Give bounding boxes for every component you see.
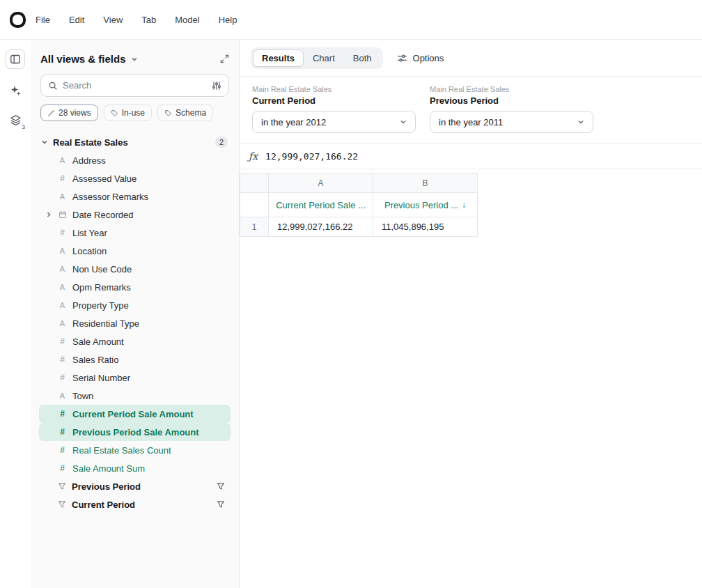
menu-edit[interactable]: Edit	[69, 15, 84, 25]
chevron-down-icon	[400, 118, 407, 125]
filter-applied-icon[interactable]	[217, 500, 225, 509]
chevron-down-icon	[41, 139, 48, 146]
views-fields-dropdown[interactable]: All views & fields	[40, 53, 138, 65]
column-header-current-period[interactable]: Current Period Sale ...	[269, 193, 373, 217]
field-serial-number[interactable]: # Serial Number	[39, 369, 231, 387]
text-field-icon: A	[58, 192, 67, 201]
main-panel: Results Chart Both Options Main Real Est…	[240, 40, 702, 588]
previous-period-select[interactable]: in the year 2011	[430, 111, 593, 133]
number-field-icon: #	[58, 336, 67, 346]
field-label: Location	[72, 246, 107, 256]
field-property-type[interactable]: A Property Type	[39, 296, 231, 314]
column-letter-a[interactable]: A	[269, 173, 373, 193]
field-residential-type[interactable]: A Residential Type	[39, 314, 231, 332]
layers-icon	[10, 114, 22, 126]
field-label: Town	[72, 391, 93, 401]
menu-tab[interactable]: Tab	[141, 15, 156, 25]
filter-name-label: Previous Period	[430, 95, 593, 106]
previous-period-filter-group: Main Real Estate Sales Previous Period i…	[430, 85, 593, 133]
field-town[interactable]: A Town	[39, 387, 231, 405]
chevron-down-icon	[131, 56, 138, 63]
field-label: Serial Number	[72, 373, 130, 383]
chip-schema-label: Schema	[176, 108, 206, 118]
number-field-icon: #	[58, 373, 67, 382]
tab-results[interactable]: Results	[253, 49, 304, 67]
field-label: Sale Amount	[72, 336, 124, 347]
text-field-icon: A	[58, 247, 67, 255]
field-current-period-filter[interactable]: Current Period	[39, 495, 231, 513]
tag-icon	[164, 109, 172, 117]
text-field-icon: A	[58, 283, 67, 291]
panel-left-icon	[10, 54, 21, 65]
field-sale-amount-sum[interactable]: # Sale Amount Sum	[39, 459, 231, 477]
field-label: Address	[72, 155, 106, 166]
sort-desc-icon: ↓	[462, 200, 466, 210]
filter-sliders-icon[interactable]	[212, 81, 221, 91]
field-date-recorded[interactable]: Date Recorded	[39, 206, 231, 224]
tab-both[interactable]: Both	[344, 49, 381, 67]
field-list-year[interactable]: # List Year	[39, 224, 231, 242]
filter-source-label: Main Real Estate Sales	[430, 85, 593, 93]
chip-in-use-label: In-use	[122, 108, 145, 118]
calendar-icon	[58, 210, 67, 219]
text-field-icon: A	[58, 265, 67, 273]
toggle-sidebar-button[interactable]	[6, 49, 25, 69]
left-rail: 3	[0, 40, 31, 588]
field-non-use-code[interactable]: A Non Use Code	[39, 260, 231, 278]
cell-b1[interactable]: 11,045,896,195	[373, 217, 478, 237]
field-previous-period-sale-amount[interactable]: # Previous Period Sale Amount	[39, 423, 231, 441]
number-field-icon: #	[58, 173, 67, 183]
selected-count-badge: 2	[215, 137, 228, 148]
ai-assistant-button[interactable]	[6, 81, 24, 99]
tab-chart[interactable]: Chart	[304, 49, 344, 67]
column-letter-b[interactable]: B	[373, 173, 478, 193]
menu-help[interactable]: Help	[219, 15, 237, 25]
chip-schema[interactable]: Schema	[157, 105, 213, 121]
text-field-icon: A	[58, 301, 67, 309]
current-period-select[interactable]: in the year 2012	[252, 111, 416, 133]
field-assessed-value[interactable]: # Assessed Value	[39, 169, 231, 187]
text-field-icon: A	[58, 392, 67, 400]
chevron-right-icon[interactable]	[45, 211, 53, 218]
app-logo	[10, 12, 26, 28]
menu-model[interactable]: Model	[175, 15, 199, 25]
text-field-icon: A	[58, 319, 67, 327]
column-header-label: Previous Period ...	[384, 200, 458, 210]
field-opm-remarks[interactable]: A Opm Remarks	[39, 278, 231, 296]
tag-icon	[111, 109, 118, 117]
chevron-down-icon	[577, 118, 584, 125]
menu-view[interactable]: View	[103, 15, 123, 25]
grid-corner-cell[interactable]	[240, 173, 269, 193]
field-tree: Real Estate Sales 2 A Address # Assessed…	[31, 133, 239, 588]
search-input[interactable]	[63, 80, 207, 91]
sidebar-title: All views & fields	[40, 53, 126, 65]
cell-a1[interactable]: 12,999,027,166.22	[269, 217, 373, 237]
options-button[interactable]: Options	[397, 53, 444, 63]
app-window: File Edit View Tab Model Help	[0, 0, 702, 588]
results-toolbar: Results Chart Both Options	[240, 40, 702, 77]
field-assessor-remarks[interactable]: A Assessor Remarks	[39, 187, 231, 206]
chip-in-use[interactable]: In-use	[104, 105, 152, 121]
field-previous-period-filter[interactable]: Previous Period	[39, 477, 231, 495]
collapse-all-button[interactable]	[220, 54, 229, 63]
tree-root-real-estate-sales[interactable]: Real Estate Sales 2	[31, 133, 239, 151]
field-label: Current Period Sale Amount	[72, 409, 194, 419]
row-number[interactable]: 1	[240, 217, 269, 237]
field-label: Non Use Code	[72, 264, 132, 274]
menu-file[interactable]: File	[36, 15, 50, 25]
text-field-icon: A	[58, 156, 67, 164]
collapse-all-icon	[220, 54, 229, 63]
field-current-period-sale-amount[interactable]: # Current Period Sale Amount	[39, 405, 231, 423]
field-sales-ratio[interactable]: # Sales Ratio	[39, 350, 231, 369]
filter-applied-icon[interactable]	[217, 482, 225, 490]
chip-views[interactable]: 28 views	[40, 105, 98, 121]
field-sale-amount[interactable]: # Sale Amount	[39, 332, 231, 350]
formula-bar[interactable]: ƒx 12,999,027,166.22	[240, 144, 702, 169]
layers-count-badge: 3	[22, 125, 25, 130]
field-address[interactable]: A Address	[39, 151, 231, 169]
layers-button[interactable]: 3	[6, 111, 24, 129]
current-period-filter-group: Main Real Estate Sales Current Period in…	[252, 85, 416, 133]
field-real-estate-sales-count[interactable]: # Real Estate Sales Count	[39, 441, 231, 459]
field-location[interactable]: A Location	[39, 242, 231, 260]
column-header-previous-period[interactable]: Previous Period ...↓	[373, 193, 478, 217]
